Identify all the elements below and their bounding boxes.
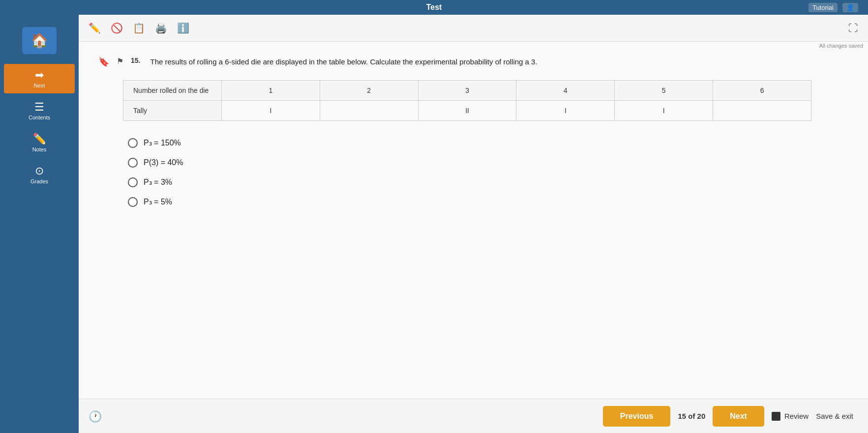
tally-4: I [516,100,615,120]
main-content: All changes saved 🔖 ⚑ 15. The results of… [79,42,868,433]
answer-text-a: P₃ = 150% [144,138,181,147]
top-right-icons: Tutorial 👤 [808,3,858,12]
sidebar-item-next[interactable]: ➡ Next [4,64,75,93]
table-header-label: Number rolled on the die [123,80,222,100]
next-icon: ➡ [35,69,44,82]
user-icon[interactable]: 👤 [842,3,858,12]
sidebar-next-label: Next [34,83,45,88]
tally-3: II [418,100,516,120]
clipboard-icon[interactable]: 📋 [133,22,145,34]
tally-1: I [222,100,320,120]
save-exit-button[interactable]: Save & exit [816,412,853,420]
tally-5: I [615,100,713,120]
sidebar: 🏠 ➡ Next ☰ Contents ✏️ Notes ⊙ Grades [0,15,79,433]
grades-icon: ⊙ [35,165,44,177]
sidebar-home[interactable]: 🏠 [0,20,79,61]
question-number: 15. [131,57,140,64]
answer-text-d: P₃ = 5% [144,197,172,206]
answer-choice-c[interactable]: P₃ = 3% [128,177,848,187]
die-table: Number rolled on the die 1 2 3 4 5 6 Tal… [123,80,811,121]
answer-choice-b[interactable]: P(3) = 40% [128,158,848,168]
print-icon[interactable]: 🖨️ [155,22,167,34]
pencil-icon[interactable]: ✏️ [89,22,101,34]
no-icon[interactable]: 🚫 [111,22,123,34]
sidebar-notes-label: Notes [32,146,47,152]
radio-a[interactable] [128,138,138,148]
toolbar: ✏️ 🚫 📋 🖨️ ℹ️ ⛶ [79,15,868,42]
bottom-bar: 🕐 Previous 15 of 20 Next Review Save & e… [79,399,868,433]
next-button[interactable]: Next [713,406,764,427]
answer-choice-d[interactable]: P₃ = 5% [128,197,848,207]
page-counter: 15 of 20 [678,412,705,420]
tally-row-label: Tally [123,100,222,120]
tutorial-label[interactable]: Tutorial [808,3,838,12]
table-col-4: 4 [516,80,615,100]
sidebar-contents-label: Contents [29,115,50,120]
sidebar-item-grades[interactable]: ⊙ Grades [0,160,79,189]
question-text: The results of rolling a 6-sided die are… [150,57,537,68]
question-area: 🔖 ⚑ 15. The results of rolling a 6-sided… [79,42,868,236]
table-header-row: Number rolled on the die 1 2 3 4 5 6 [123,80,811,100]
answer-choices: P₃ = 150% P(3) = 40% P₃ = 3% P₃ = 5% [98,138,848,207]
table-col-1: 1 [222,80,320,100]
home-icon[interactable]: 🏠 [22,27,57,54]
sidebar-item-notes[interactable]: ✏️ Notes [0,128,79,157]
radio-b[interactable] [128,158,138,168]
previous-button[interactable]: Previous [603,406,671,427]
table-col-2: 2 [320,80,418,100]
info-icon[interactable]: ℹ️ [177,22,189,34]
tally-2 [320,100,418,120]
expand-icon[interactable]: ⛶ [848,23,858,34]
table-tally-row: Tally I II I I [123,100,811,120]
toolbar-right: ⛶ [848,23,858,34]
table-col-3: 3 [418,80,516,100]
radio-c[interactable] [128,177,138,187]
sidebar-item-contents[interactable]: ☰ Contents [0,96,79,125]
review-label: Review [784,412,808,420]
radio-d[interactable] [128,197,138,207]
all-changes-saved: All changes saved [819,43,863,49]
review-square-icon [772,412,780,421]
tally-6 [713,100,811,120]
flag-icon[interactable]: ⚑ [117,57,123,66]
review-button[interactable]: Review [772,412,808,421]
top-bar: Test Tutorial 👤 [0,0,868,15]
page-title: Test [426,3,442,12]
answer-text-c: P₃ = 3% [144,177,172,187]
answer-choice-a[interactable]: P₃ = 150% [128,138,848,148]
sidebar-grades-label: Grades [30,178,48,184]
answer-text-b: P(3) = 40% [144,158,183,167]
notes-icon: ✏️ [33,133,46,145]
bookmark-icon[interactable]: 🔖 [98,57,109,67]
table-col-5: 5 [615,80,713,100]
clock-icon[interactable]: 🕐 [89,410,102,423]
table-col-6: 6 [713,80,811,100]
contents-icon: ☰ [34,101,44,114]
question-header: 🔖 ⚑ 15. The results of rolling a 6-sided… [98,57,848,68]
